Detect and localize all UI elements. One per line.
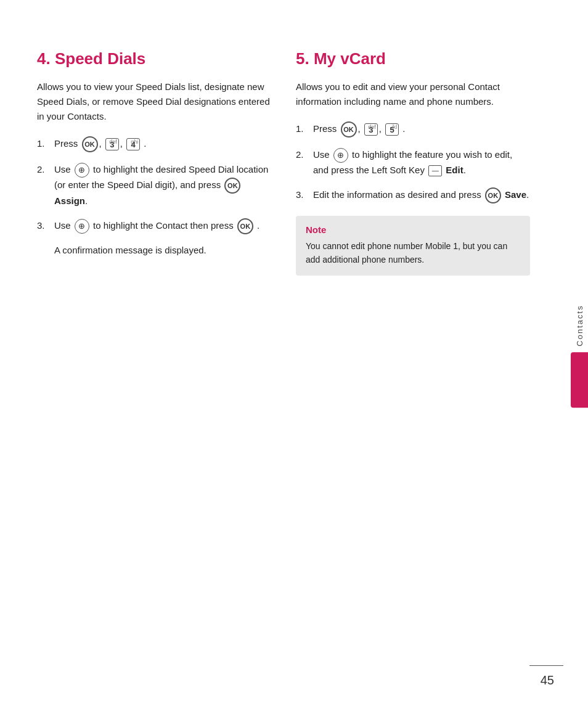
assign-label: Assign xyxy=(54,195,85,206)
left-column: 4. Speed Dials Allows you to view your S… xyxy=(37,49,271,675)
nav-icon-2: ⊕ xyxy=(75,163,89,178)
key-3def: 3def xyxy=(105,138,119,150)
sidebar-accent xyxy=(571,352,588,408)
key-4ghi: 4ghi xyxy=(126,138,140,150)
sidebar-label: Contacts xyxy=(575,298,584,352)
divider-line xyxy=(529,665,563,666)
left-soft-key-icon: — xyxy=(428,165,442,176)
step-3-content: Use ⊕ to highlight the Contact then pres… xyxy=(54,218,271,261)
ok-button-icon-r3: OK xyxy=(485,187,501,203)
right-steps-list: 1. Press OK, 3def , 5jkl . 2. Use ⊕ to h… xyxy=(296,121,530,203)
step-number-3: 3. xyxy=(37,218,54,233)
right-step-1-content: Press OK, 3def , 5jkl . xyxy=(313,121,530,138)
ok-button-icon-1: OK xyxy=(82,136,98,152)
edit-label: Edit xyxy=(446,165,463,175)
right-step-3: 3. Edit the information as desired and p… xyxy=(296,187,530,203)
right-step-1: 1. Press OK, 3def , 5jkl . xyxy=(296,121,530,138)
step-number-2: 2. xyxy=(37,162,54,177)
right-section-description: Allows you to edit and view your persona… xyxy=(296,80,530,109)
left-step-3: 3. Use ⊕ to highlight the Contact then p… xyxy=(37,218,271,261)
key-r-5jkl: 5jkl xyxy=(385,123,399,136)
nav-icon-3: ⊕ xyxy=(75,219,89,234)
right-step-3-content: Edit the information as desired and pres… xyxy=(313,187,530,203)
right-column: 5. My vCard Allows you to edit and view … xyxy=(296,49,530,675)
right-step-number-1: 1. xyxy=(296,121,313,136)
save-label: Save xyxy=(505,189,526,200)
note-text: You cannot edit phone number Mobile 1, b… xyxy=(306,240,520,266)
right-section-title: 5. My vCard xyxy=(296,49,530,68)
note-title: Note xyxy=(306,224,520,235)
left-section-description: Allows you to view your Speed Dials list… xyxy=(37,80,271,124)
left-section-title: 4. Speed Dials xyxy=(37,49,271,68)
ok-button-icon-2: OK xyxy=(224,178,240,194)
step-number-1: 1. xyxy=(37,136,54,151)
nav-icon-r2: ⊕ xyxy=(333,148,348,163)
page-number: 45 xyxy=(541,673,554,688)
step-2-content: Use ⊕ to highlight the desired Speed Dia… xyxy=(54,162,271,208)
right-step-2-content: Use ⊕ to highlight the feature you wish … xyxy=(313,147,530,178)
confirmation-text: A confirmation message is displayed. xyxy=(54,243,271,258)
left-step-2: 2. Use ⊕ to highlight the desired Speed … xyxy=(37,162,271,208)
sidebar-tab: Contacts xyxy=(571,298,588,408)
left-steps-list: 1. Press OK, 3def , 4ghi . 2. Use ⊕ to h… xyxy=(37,136,271,261)
ok-button-icon-r1: OK xyxy=(341,121,357,138)
ok-button-icon-3: OK xyxy=(237,218,253,234)
key-r-3def: 3def xyxy=(364,123,378,136)
step-1-content: Press OK, 3def , 4ghi . xyxy=(54,136,271,152)
left-step-1: 1. Press OK, 3def , 4ghi . xyxy=(37,136,271,152)
right-step-number-2: 2. xyxy=(296,147,313,162)
right-step-number-3: 3. xyxy=(296,187,313,202)
right-step-2: 2. Use ⊕ to highlight the feature you wi… xyxy=(296,147,530,178)
note-box: Note You cannot edit phone number Mobile… xyxy=(296,216,530,275)
